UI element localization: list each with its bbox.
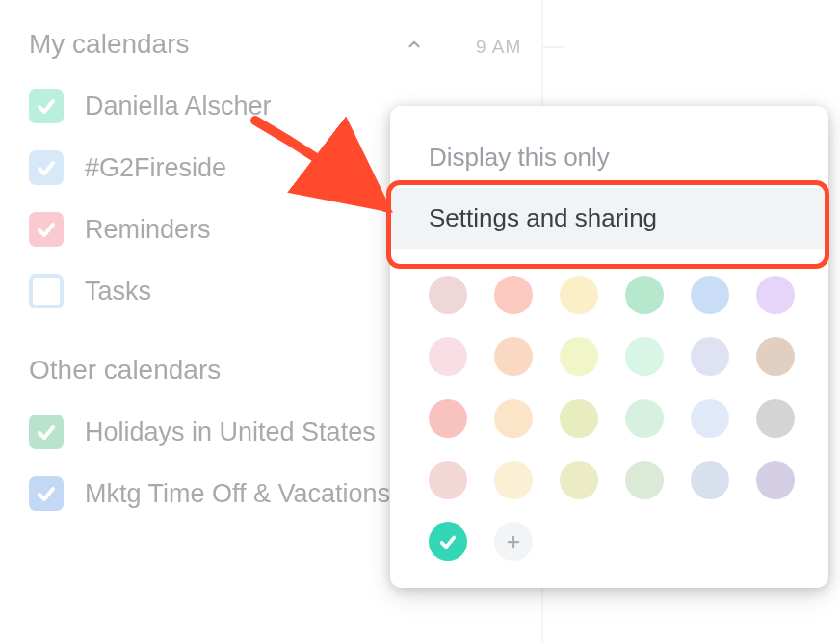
calendar-label: #G2Fireside xyxy=(85,153,226,183)
color-swatch[interactable] xyxy=(756,461,795,499)
my-calendar-item[interactable]: #G2Fireside xyxy=(29,150,433,185)
color-swatch[interactable] xyxy=(560,276,598,314)
other-calendars-title: Other calendars xyxy=(29,355,221,386)
color-swatch[interactable] xyxy=(625,276,664,314)
other-calendars-header[interactable]: Other calendars xyxy=(29,355,433,386)
calendar-checkbox[interactable] xyxy=(29,150,64,185)
calendar-checkbox[interactable] xyxy=(29,476,64,511)
color-swatch[interactable] xyxy=(625,399,664,438)
calendar-sidebar: My calendars Daniella Alscher#G2Fireside… xyxy=(29,29,433,557)
color-swatch[interactable] xyxy=(691,337,729,376)
color-swatch[interactable] xyxy=(691,461,729,499)
color-swatch[interactable] xyxy=(494,399,533,438)
calendar-label: Daniella Alscher xyxy=(85,92,272,121)
menu-item-display-only[interactable]: Display this only xyxy=(390,127,828,188)
color-swatch[interactable] xyxy=(560,337,598,376)
color-swatch[interactable] xyxy=(625,337,664,376)
my-calendar-item[interactable]: Daniella Alscher xyxy=(29,89,433,123)
my-calendar-item[interactable]: Reminders xyxy=(29,212,433,247)
color-swatch[interactable] xyxy=(429,337,467,376)
menu-item-settings-sharing[interactable]: Settings and sharing xyxy=(390,188,828,249)
other-calendar-item[interactable]: Mktg Time Off & Vacations xyxy=(29,476,433,511)
time-label-9am: 9 AM xyxy=(476,37,521,58)
color-swatch-selected[interactable] xyxy=(429,522,467,561)
color-swatch[interactable] xyxy=(625,461,664,499)
calendar-label: Tasks xyxy=(85,277,151,307)
color-swatch[interactable] xyxy=(429,461,467,499)
add-custom-color-button[interactable] xyxy=(494,522,533,561)
color-swatch-grid xyxy=(390,249,828,561)
color-swatch[interactable] xyxy=(494,461,533,499)
color-swatch[interactable] xyxy=(494,276,533,314)
calendar-checkbox[interactable] xyxy=(29,415,64,449)
color-swatch[interactable] xyxy=(756,337,795,376)
calendar-label: Reminders xyxy=(85,215,211,245)
calendar-checkbox[interactable] xyxy=(29,274,64,308)
other-calendars-list: Holidays in United StatesMktg Time Off &… xyxy=(29,415,433,511)
my-calendars-title: My calendars xyxy=(29,29,190,60)
calendar-context-menu: Display this only Settings and sharing xyxy=(390,106,828,588)
other-calendar-item[interactable]: Holidays in United States xyxy=(29,415,433,449)
color-swatch[interactable] xyxy=(756,399,795,438)
color-swatch[interactable] xyxy=(691,276,729,314)
my-calendars-header[interactable]: My calendars xyxy=(29,29,433,60)
color-swatch[interactable] xyxy=(560,461,598,499)
chevron-up-icon[interactable] xyxy=(405,35,424,54)
color-swatch[interactable] xyxy=(560,399,598,438)
calendar-checkbox[interactable] xyxy=(29,89,64,123)
color-swatch[interactable] xyxy=(691,399,729,438)
my-calendars-list: Daniella Alscher#G2FiresideRemindersTask… xyxy=(29,89,433,308)
color-swatch[interactable] xyxy=(429,276,467,314)
time-gridline xyxy=(543,46,564,48)
color-swatch[interactable] xyxy=(494,337,533,376)
my-calendar-item[interactable]: Tasks xyxy=(29,274,433,308)
color-swatch[interactable] xyxy=(756,276,795,314)
color-swatch[interactable] xyxy=(429,399,467,438)
calendar-label: Holidays in United States xyxy=(85,417,376,447)
calendar-checkbox[interactable] xyxy=(29,212,64,247)
calendar-label: Mktg Time Off & Vacations xyxy=(85,479,390,509)
